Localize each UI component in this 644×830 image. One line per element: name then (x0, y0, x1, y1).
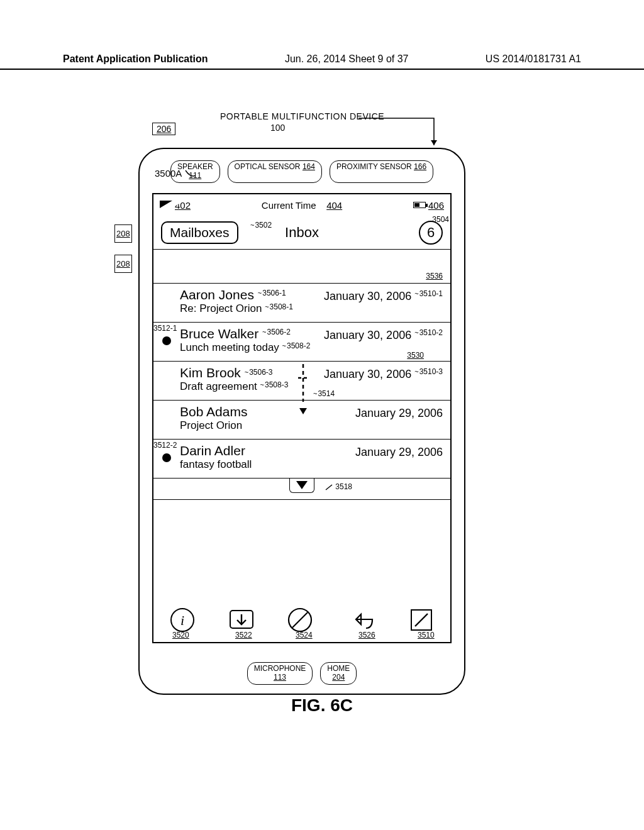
device-body: 208 208 3500A SPEAKER 111 OPTICAL SENSOR… (138, 148, 465, 695)
nav-bar: Mailboxes 3502 Inbox 6 3504 (153, 216, 450, 250)
ref-3510-2: 3510-2 (414, 328, 443, 337)
unread-dot-icon (162, 336, 171, 345)
subject-text: Lunch meeting today (180, 341, 279, 353)
subject-text: Draft agreement (180, 380, 257, 392)
device-screen: 402 Current Time 404 406 Mailboxes 3502 … (152, 193, 452, 643)
ref-3508-1: 3508-1 (265, 302, 293, 311)
ref-3508-3: 3508-3 (260, 380, 289, 389)
ref-208-b: 208 (114, 255, 132, 273)
ref-406: 406 (428, 200, 444, 211)
page-header: Patent Application Publication Jun. 26, … (0, 53, 644, 70)
ref-100: 100 (270, 123, 285, 133)
no-entry-icon (287, 607, 313, 633)
svg-text:i: i (180, 612, 184, 628)
ref-3510-3: 3510-3 (414, 367, 443, 376)
sensor-row: SPEAKER 111 OPTICAL SENSOR 164 PROXIMITY… (140, 160, 464, 183)
ref-3536: 3536 (426, 272, 443, 280)
sender-name: Kim Brook (180, 365, 241, 380)
subject-text: Re: Project Orion (180, 302, 262, 314)
chevron-down-icon (296, 481, 308, 489)
optical-sensor-label: OPTICAL SENSOR 164 (228, 160, 322, 183)
ref-404: 404 (326, 200, 342, 211)
date-text: January 29, 2006 (355, 407, 443, 420)
ref-3504: 3504 (432, 215, 449, 224)
compose-icon (408, 607, 435, 633)
mail-row[interactable]: Bob Adams Project Orion January 29, 2006 (153, 401, 450, 440)
current-time-label: Current Time (262, 200, 316, 211)
ref-3506-1: 3506-1 (258, 289, 286, 297)
info-button[interactable]: i (169, 607, 196, 633)
ref-3526: 3526 (358, 631, 375, 639)
ref-3506-3: 3506-3 (245, 368, 273, 377)
date-text: January 30, 2006 (324, 329, 411, 341)
sender-name: Aaron Jones (180, 287, 254, 302)
proximity-sensor-label: PROXIMITY SENSOR 166 (330, 160, 433, 183)
mail-row[interactable]: 3512-1 Bruce Walker 3506-2 Lunch meeting… (153, 323, 450, 362)
ref-3514: 3514 (313, 389, 335, 398)
subject-text: fantasy football (180, 458, 443, 471)
svg-line-6 (415, 614, 428, 626)
ref-3510-1: 3510-1 (414, 289, 443, 298)
signal-icon (160, 201, 172, 208)
ref-3524: 3524 (296, 631, 313, 639)
date-text: January 29, 2006 (355, 446, 443, 459)
pager-row: 3518 (153, 479, 450, 500)
ref-3530: 3530 (407, 351, 424, 360)
sender-name: Bruce Walker (180, 326, 258, 341)
battery-icon (413, 202, 426, 208)
ref-3520: 3520 (172, 631, 189, 639)
speaker-label: SPEAKER 111 (170, 160, 220, 183)
inbox-title: Inbox (285, 224, 319, 241)
figure-label: FIG. 6C (0, 695, 644, 716)
pager-down-button[interactable] (289, 478, 314, 493)
ref-3508-2: 3508-2 (282, 341, 311, 350)
mail-row[interactable]: Kim Brook 3506-3 Draft agreement 3508-3 … (153, 362, 450, 401)
bottom-sensors: MICROPHONE 113 HOME 204 (140, 662, 464, 685)
reply-arrow-icon (345, 607, 376, 633)
pub-number: US 2014/0181731 A1 (486, 53, 581, 65)
figure-6c: 206 PORTABLE MULTIFUNCTION DEVICE 100 20… (119, 110, 472, 695)
pub-label: Patent Application Publication (63, 53, 208, 65)
ref-3512-2: 3512-2 (153, 441, 177, 450)
ref-3512-1: 3512-1 (153, 324, 177, 333)
svg-line-4 (292, 612, 308, 628)
home-button-label: HOME 204 (320, 662, 357, 685)
leader-arrow-icon (358, 115, 453, 147)
compose-button[interactable] (408, 607, 435, 633)
mail-row[interactable]: 3512-2 Darin Adler fantasy football Janu… (153, 440, 450, 479)
block-button[interactable] (287, 607, 313, 633)
top-labels: 206 PORTABLE MULTIFUNCTION DEVICE 100 (119, 110, 472, 148)
microphone-label: MICROPHONE 113 (247, 662, 313, 685)
inbox-icon (228, 607, 255, 633)
ref-206: 206 (152, 123, 175, 135)
ref-3522: 3522 (235, 631, 252, 639)
mail-row[interactable]: Aaron Jones 3506-1 Re: Project Orion 350… (153, 284, 450, 323)
status-bar: 402 Current Time 404 406 (153, 194, 450, 216)
move-button[interactable] (228, 607, 255, 633)
date-text: January 30, 2006 (324, 368, 411, 380)
reply-button[interactable] (345, 607, 376, 633)
mailboxes-button[interactable]: Mailboxes (161, 221, 238, 244)
unread-dot-icon (162, 453, 171, 462)
ref-3518: 3518 (325, 482, 352, 491)
blank-section: 3536 (153, 250, 450, 284)
date-text: January 30, 2006 (324, 290, 411, 302)
sheet-label: Jun. 26, 2014 Sheet 9 of 37 (285, 53, 409, 65)
ref-208-a: 208 (114, 224, 132, 243)
subject-text: Project Orion (180, 419, 443, 432)
info-icon: i (169, 607, 196, 633)
ref-3510: 3510 (418, 631, 435, 639)
unread-count-badge: 6 (419, 221, 443, 245)
ref-3502: 3502 (250, 221, 272, 230)
ref-3506-2: 3506-2 (262, 328, 291, 336)
